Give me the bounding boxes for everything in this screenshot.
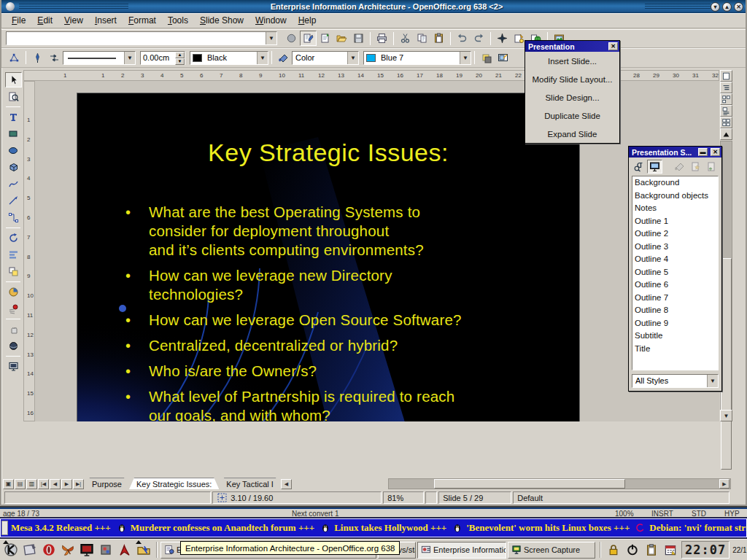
style-outline-9[interactable]: Outline 9	[632, 317, 718, 330]
edit-file-button[interactable]	[300, 31, 317, 46]
presentation-item-insert-slide[interactable]: Insert Slide...	[525, 52, 619, 70]
line-width-spinner[interactable]: 0.00cm ▲▼	[140, 51, 185, 65]
vertical-scrollbar-thumb[interactable]	[721, 258, 732, 470]
rotate-tool-button[interactable]	[5, 230, 22, 246]
save-button[interactable]	[350, 31, 367, 46]
task-enterprise-information-a[interactable]: Enterprise Information A	[417, 542, 506, 559]
horizontal-scrollbar-thumb[interactable]	[434, 479, 625, 489]
line-dialog-button[interactable]	[29, 50, 46, 66]
chevron-down-icon[interactable]: ▼	[460, 52, 471, 64]
fill-type-select[interactable]: Color ▼	[292, 51, 359, 65]
navigator-button[interactable]	[494, 31, 511, 46]
ticker-item[interactable]: Debian: 'nvi' format string vulnerabilit…	[634, 522, 747, 534]
url-combobox[interactable]: ▼	[6, 31, 277, 45]
calendar-applet[interactable]	[661, 541, 680, 559]
zoom-page-tool-button[interactable]	[5, 89, 22, 104]
slide[interactable]: Key Strategic Issues: •What are the best…	[77, 93, 580, 421]
cut-button[interactable]	[397, 31, 414, 46]
presentation-box-button[interactable]	[495, 50, 511, 66]
area-dialog-button[interactable]	[275, 50, 292, 66]
task-screen-capture[interactable]: Screen Capture	[508, 542, 595, 559]
url-value[interactable]	[7, 32, 266, 44]
ticker-item[interactable]: 'Benevolent' worm hits Linux boxes +++	[451, 522, 630, 534]
shadow-button[interactable]	[478, 50, 495, 66]
slide-title[interactable]: Key Strategic Issues:	[77, 139, 579, 167]
chevron-down-icon[interactable]: ▼	[257, 52, 268, 64]
menu-file[interactable]: File	[6, 14, 31, 27]
style-outline-1[interactable]: Outline 1	[632, 215, 718, 228]
arrange-tool-button[interactable]	[5, 264, 22, 279]
stylist-titlebar[interactable]: Presentation S... ▬ ✕	[629, 147, 721, 158]
style-outline-6[interactable]: Outline 6	[632, 279, 718, 292]
presentation-item-slide-design[interactable]: Slide Design...	[525, 88, 619, 106]
ellipse-tool-button[interactable]	[5, 143, 22, 158]
first-slide-button[interactable]: |◀	[38, 479, 49, 489]
paragraph-styles-button[interactable]	[631, 160, 646, 174]
new-doc-button[interactable]	[317, 31, 333, 46]
style-list[interactable]: BackgroundBackground objectsNotesOutline…	[632, 176, 719, 370]
style-notes[interactable]: Notes	[632, 202, 718, 215]
monitor-launcher[interactable]	[77, 541, 96, 559]
chevron-down-icon[interactable]: ▼	[347, 52, 358, 64]
bullet-item[interactable]: •What are the best Operating Systems toc…	[125, 203, 569, 260]
menu-edit[interactable]: Edit	[31, 14, 58, 27]
desktop-launcher[interactable]	[20, 541, 39, 559]
line-color-value[interactable]: Black	[204, 52, 257, 64]
screen-tool-button[interactable]	[5, 359, 22, 374]
new-style-button[interactable]	[688, 160, 703, 174]
line-tool-button[interactable]	[5, 193, 22, 209]
horizontal-scrollbar[interactable]: ▶	[388, 478, 731, 489]
bullet-item[interactable]: •How can we leverage new Directorytechno…	[125, 266, 569, 304]
style-filter-select[interactable]: All Styles ▼	[632, 374, 719, 388]
layout-mode-3-button[interactable]: ▥	[26, 479, 37, 489]
chevron-down-icon[interactable]: ▼	[124, 52, 135, 64]
layout-mode-2-button[interactable]: ▤	[15, 479, 26, 489]
news-ticker[interactable]: Mesa 3.4.2 Released +++Murderer confesse…	[0, 518, 747, 537]
style-outline-5[interactable]: Outline 5	[632, 266, 718, 279]
window-menu-icon[interactable]	[6, 2, 15, 11]
chevron-down-icon[interactable]: ▼	[707, 375, 718, 387]
style-title[interactable]: Title	[632, 343, 718, 356]
bullet-item[interactable]: •Centralized, decentralized or hybrid?	[125, 336, 569, 355]
style-outline-8[interactable]: Outline 8	[632, 304, 718, 317]
close-icon[interactable]: ✕	[711, 148, 720, 156]
pie-tool-button[interactable]	[5, 284, 22, 300]
copy-button[interactable]	[414, 31, 430, 46]
notes-view-button[interactable]	[720, 105, 732, 117]
menu-window[interactable]: Window	[249, 14, 293, 27]
vertical-ruler[interactable]: 12345678910111213141516171819	[23, 81, 35, 421]
slide-body-text[interactable]: •What are the best Operating Systems toc…	[125, 203, 569, 421]
menu-tools[interactable]: Tools	[162, 14, 194, 27]
minimize-button[interactable]: ▾	[711, 2, 720, 12]
stop-button[interactable]	[283, 31, 300, 46]
handout-view-button[interactable]	[720, 117, 732, 128]
slide-tab-key-tactical-i[interactable]: Key Tactical I	[219, 478, 281, 489]
line-color-select[interactable]: Black ▼	[190, 51, 268, 65]
ticker-item[interactable]: Linux takes Hollywood +++	[319, 522, 446, 534]
controller3d-tool-button[interactable]	[5, 338, 22, 354]
style-outline-3[interactable]: Outline 3	[632, 241, 718, 254]
slide-tab-purpose[interactable]: Purpose	[85, 478, 129, 489]
menu-slide-show[interactable]: Slide Show	[194, 14, 249, 27]
style-filter-value[interactable]: All Styles	[632, 375, 707, 387]
style-outline-4[interactable]: Outline 4	[632, 253, 718, 266]
spin-down-icon[interactable]: ▼	[175, 58, 185, 65]
interaction-tool-button[interactable]	[5, 322, 22, 337]
next-slide-button[interactable]: ▶	[61, 479, 72, 489]
text-tool-button[interactable]	[5, 109, 22, 125]
fill-type-value[interactable]: Color	[293, 52, 347, 64]
style-subtitle[interactable]: Subtitle	[632, 330, 718, 343]
fill-color-value[interactable]: Blue 7	[378, 52, 460, 64]
effects-tool-button[interactable]	[5, 301, 22, 316]
redo-button[interactable]	[471, 31, 487, 46]
menu-insert[interactable]: Insert	[89, 14, 123, 27]
presentation-item-duplicate-slide[interactable]: Duplicate Slide	[525, 106, 619, 125]
line-width-value[interactable]: 0.00cm	[141, 52, 175, 64]
acrobat-launcher[interactable]	[115, 541, 134, 559]
start-show-button[interactable]	[720, 128, 732, 140]
fill-format-button[interactable]	[672, 160, 687, 174]
presentation-styles-button[interactable]	[647, 160, 662, 174]
kmenu-launcher[interactable]	[1, 541, 20, 559]
connector-tool-button[interactable]	[5, 210, 22, 225]
layout-mode-button[interactable]: ▣	[3, 479, 14, 489]
